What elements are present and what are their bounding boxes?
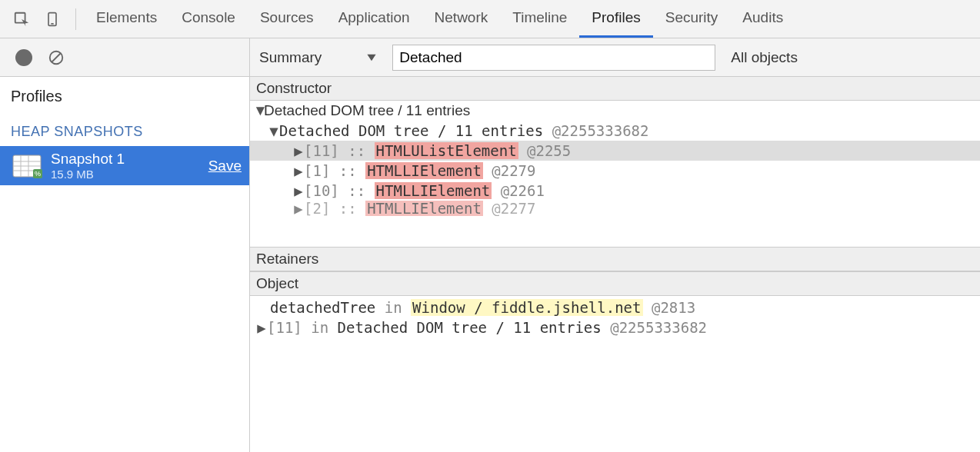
snapshot-save-link[interactable]: Save [208, 158, 242, 174]
row-sep: :: [348, 142, 365, 159]
row-sep: :: [348, 182, 365, 199]
objects-filter-dropdown[interactable]: All objects [731, 49, 798, 66]
retainer-count: [11] [267, 319, 302, 336]
profiles-title: Profiles [0, 77, 249, 110]
retainer-in: in [311, 319, 328, 336]
retainer-row[interactable]: ▶ [11] in Detached DOM tree / 11 entries… [250, 317, 980, 337]
main-area: Profiles HEAP SNAPSHOTS % Snapshot 1 15.… [0, 77, 980, 452]
tab-timeline[interactable]: Timeline [500, 0, 579, 38]
tree-group-row[interactable]: ▼ Detached DOM tree / 11 entries @225533… [250, 121, 980, 141]
constructor-tree: ▼ Detached DOM tree / 11 entries ▼ Detac… [250, 101, 980, 247]
tree-root-label: Detached DOM tree / 11 entries [264, 102, 470, 119]
clear-button[interactable] [48, 49, 65, 66]
retainer-row[interactable]: detachedTree in Window / fiddle.jshell.n… [250, 297, 980, 317]
svg-text:%: % [35, 170, 41, 178]
tree-row[interactable]: ▶ [2] :: HTMLLIElement @2277 [250, 201, 980, 216]
row-count: [2] [304, 201, 330, 216]
retainer-id: @2813 [652, 299, 695, 316]
tree-row[interactable]: ▶ [10] :: HTMLLIElement @2261 [250, 181, 980, 201]
view-dropdown[interactable]: Summary [259, 49, 377, 66]
disclosure-triangle-icon[interactable]: ▶ [293, 182, 304, 199]
divider [75, 8, 76, 30]
profiles-toolbar: Summary All objects [0, 38, 980, 77]
row-count: [11] [304, 142, 339, 159]
row-id: @2261 [501, 182, 545, 199]
snapshot-text: Snapshot 1 15.9 MB [51, 151, 208, 181]
disclosure-triangle-icon[interactable]: ▶ [256, 319, 267, 336]
constructor-header[interactable]: Constructor [250, 77, 980, 101]
disclosure-triangle-icon[interactable]: ▶ [293, 162, 304, 179]
retainer-in: in [385, 299, 402, 316]
tab-network[interactable]: Network [422, 0, 501, 38]
disclosure-triangle-icon[interactable]: ▼ [268, 122, 279, 139]
svg-line-4 [52, 53, 61, 61]
row-type: HTMLLIElement [365, 162, 483, 179]
row-type: HTMLUListElement [375, 142, 518, 159]
snapshot-name: Snapshot 1 [51, 151, 208, 168]
retainers-header[interactable]: Retainers [250, 247, 980, 271]
tab-application[interactable]: Application [326, 0, 422, 38]
row-type: HTMLLIElement [365, 201, 483, 216]
retainer-id: @2255333682 [610, 319, 707, 336]
retainers-body: detachedTree in Window / fiddle.jshell.n… [250, 296, 980, 452]
snapshot-item[interactable]: % Snapshot 1 15.9 MB Save [0, 146, 249, 185]
profiles-sidebar: Profiles HEAP SNAPSHOTS % Snapshot 1 15.… [0, 77, 250, 452]
tab-elements[interactable]: Elements [84, 0, 169, 38]
tab-audits[interactable]: Audits [730, 0, 795, 38]
tab-sources[interactable]: Sources [248, 0, 326, 38]
toolbar-left [0, 38, 250, 76]
device-toggle-icon[interactable] [43, 10, 62, 28]
disclosure-triangle-icon[interactable]: ▶ [293, 142, 304, 159]
disclosure-triangle-icon[interactable]: ▶ [293, 201, 304, 216]
tab-profiles[interactable]: Profiles [579, 0, 652, 38]
heap-snapshots-label: HEAP SNAPSHOTS [0, 110, 249, 146]
tree-row[interactable]: ▶ [1] :: HTMLLIElement @2279 [250, 161, 980, 181]
row-count: [10] [304, 182, 339, 199]
tree-row[interactable]: ▶ [11] :: HTMLUListElement @2255 [250, 141, 980, 161]
snapshot-size: 15.9 MB [51, 168, 208, 181]
row-sep: :: [339, 162, 357, 179]
devtools-tab-bar: Elements Console Sources Application Net… [0, 0, 980, 38]
row-id: @2255 [527, 142, 571, 159]
object-header[interactable]: Object [250, 271, 980, 296]
snapshot-file-icon: % [11, 153, 43, 179]
row-id: @2279 [492, 162, 535, 179]
retainer-context: Window / fiddle.jshell.net [411, 299, 642, 316]
chevron-down-icon [366, 52, 377, 63]
tab-security[interactable]: Security [653, 0, 731, 38]
class-filter-input[interactable] [392, 45, 715, 71]
tree-group-label: Detached DOM tree / 11 entries [279, 122, 543, 139]
retainer-context: Detached DOM tree / 11 entries [338, 319, 602, 336]
retainer-var: detachedTree [270, 299, 375, 316]
tab-console[interactable]: Console [169, 0, 248, 38]
row-sep: :: [339, 201, 357, 216]
row-type: HTMLLIElement [375, 182, 492, 199]
record-button[interactable] [15, 49, 32, 66]
content-area: Constructor ▼ Detached DOM tree / 11 ent… [250, 77, 980, 452]
tree-group-id: @2255333682 [552, 122, 649, 139]
tree-root-row[interactable]: ▼ Detached DOM tree / 11 entries [250, 101, 980, 121]
toolbar-right: Summary All objects [250, 45, 980, 71]
view-dropdown-label: Summary [259, 49, 322, 66]
row-id: @2277 [492, 201, 535, 216]
inspect-element-icon[interactable] [12, 10, 31, 28]
disclosure-triangle-icon[interactable]: ▼ [253, 102, 264, 119]
row-count: [1] [304, 162, 330, 179]
